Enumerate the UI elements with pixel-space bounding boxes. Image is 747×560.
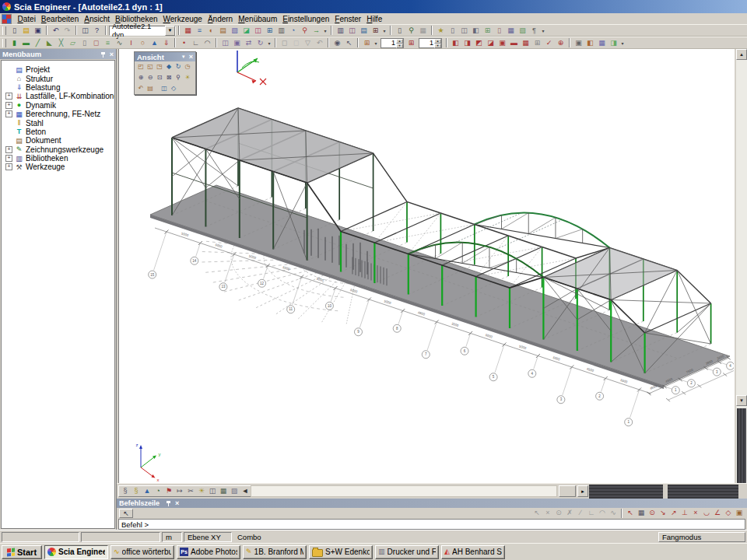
pointer-icon[interactable]: ↖	[343, 37, 355, 48]
shrink-icon[interactable]: ✂	[185, 486, 196, 496]
filter-icon[interactable]: ▽	[302, 37, 314, 48]
column-icon[interactable]: ▮	[9, 37, 20, 48]
pin-icon[interactable]	[100, 51, 107, 58]
select-cross-icon[interactable]: ×	[542, 508, 553, 518]
open-folder-icon[interactable]: ▤	[20, 25, 32, 36]
spinner-up-down-icon[interactable]: ▲▼	[434, 39, 441, 47]
view-palette-header[interactable]: Ansicht ▼ ×	[135, 52, 195, 61]
taskbar-task-drucker-und-faxg[interactable]: ▥Drucker und Faxg...	[375, 545, 439, 559]
support-icon[interactable]: ▲	[149, 37, 160, 48]
preview-icon[interactable]: ◔	[287, 25, 299, 36]
taskbar-task-ah-benhard-scree[interactable]: ◭AH Benhard Scree...	[441, 545, 505, 559]
shade-icon[interactable]: ◨	[608, 37, 619, 48]
command-input[interactable]: Befehl >	[118, 519, 745, 530]
sidebar-item-bibliotheken[interactable]: +▥Bibliotheken	[2, 154, 114, 163]
spinner-up-down-icon[interactable]: ▲▼	[396, 39, 403, 47]
named-view-icon[interactable]: ▤	[146, 84, 155, 93]
toolbar-grip[interactable]	[2, 39, 6, 47]
polyline-icon[interactable]: ∟	[190, 37, 202, 48]
beam-icon[interactable]: ▬	[20, 37, 32, 48]
layer-new-icon[interactable]: ⊞	[361, 37, 373, 48]
scroll-down-icon[interactable]: ▼	[736, 395, 747, 406]
database-icon[interactable]: ▦	[182, 25, 194, 36]
snap-mode-icon[interactable]: ↖	[625, 508, 636, 518]
snap-angle-icon[interactable]: ∠	[712, 508, 723, 518]
image-icon[interactable]: ◪	[240, 25, 252, 36]
wall-icon[interactable]: ▯	[79, 37, 90, 48]
start-button[interactable]: Start	[2, 545, 42, 559]
sidebar-item-lastfälle-lf-kombinationen[interactable]: +⇊Lastfälle, LF-Kombinationen	[2, 92, 114, 100]
zoom-all-icon[interactable]: ⊠	[164, 73, 174, 82]
snap-node-icon[interactable]: ⊙	[647, 508, 658, 518]
document-icon[interactable]: ▤	[358, 25, 370, 36]
unselect-icon[interactable]: ◻	[290, 37, 302, 48]
hidden-lines-icon[interactable]: ▨	[229, 486, 240, 496]
expand-connection-icon[interactable]: ⊞	[531, 37, 543, 48]
pin-icon[interactable]	[166, 500, 172, 506]
taskbar-task-adobe-photoshop[interactable]: PsAdobe Photoshop ...	[177, 545, 240, 559]
toolbar-grip[interactable]	[2, 26, 6, 35]
layers-icon[interactable]: ≡	[194, 25, 205, 36]
taskbar-task-1b-branford-marsa[interactable]: ✎1B. Branford Marsa...	[243, 545, 307, 559]
haunch-icon[interactable]: ◣	[44, 37, 55, 48]
polyline-cursor-icon[interactable]: ∟	[586, 508, 597, 518]
horizontal-scroll-thumb[interactable]	[559, 485, 576, 497]
page-layout-icon[interactable]: ◧	[470, 25, 482, 36]
page-copy-icon[interactable]: ◫	[458, 25, 470, 36]
menu-fenster[interactable]: Fenster	[332, 15, 364, 23]
bolted-connection-icon[interactable]: ◪	[485, 37, 496, 48]
sidebar-item-dynamik[interactable]: +●Dynamik	[2, 101, 114, 110]
overflow-arrow-icon[interactable]: ▾	[619, 37, 626, 48]
dimension-icon[interactable]: ↦	[174, 486, 185, 496]
scale-spinner[interactable]: 1 ▲▼	[381, 38, 404, 48]
sidebar-item-projekt[interactable]: ▤Projekt	[2, 65, 114, 74]
bracing-icon[interactable]: ╳	[55, 37, 67, 48]
rotate-icon[interactable]: ↻	[254, 37, 266, 48]
light-icon[interactable]: ☀	[183, 73, 192, 82]
cursor-button-icon[interactable]: ↖	[121, 508, 132, 519]
snap-settings-icon[interactable]: ▣	[734, 508, 745, 518]
taskbar-task-scia-engineer[interactable]: Scia Engineer - [...	[44, 545, 108, 559]
taskbar-task-s-w-edenkoben[interactable]: S+W Edenkoben	[309, 545, 373, 559]
vertical-scrollbar[interactable]: ▲ ▼	[736, 49, 747, 483]
snap-polar-icon[interactable]: ◇	[723, 508, 734, 518]
clip-front-icon[interactable]: §	[120, 486, 131, 496]
print-preview-icon[interactable]: ◫	[346, 25, 358, 36]
pane-splitter-left[interactable]	[589, 485, 663, 499]
page-grid-icon[interactable]: ▦	[505, 25, 517, 36]
render-icon[interactable]: ◧	[584, 37, 596, 48]
page-setup-icon[interactable]: ▯	[394, 25, 405, 36]
previous-selection-icon[interactable]: ↶	[314, 37, 325, 48]
visibility-icon[interactable]: ◉	[331, 37, 343, 48]
segment-cursor-icon[interactable]: ∿	[608, 508, 619, 518]
activity-icon[interactable]: ◐	[205, 25, 217, 36]
search-icon[interactable]: ⚲	[299, 25, 310, 36]
sidebar-item-stahl[interactable]: ‖Stahl	[2, 118, 114, 127]
sidebar-item-berechnung-fe-netz[interactable]: +▦Berechnung, FE-Netz	[2, 110, 114, 118]
new-window-icon[interactable]: ◫	[79, 25, 91, 36]
welded-connection-icon[interactable]: ▣	[496, 37, 508, 48]
sidebar-item-werkzeuge[interactable]: +⚒Werkzeuge	[2, 163, 114, 171]
close-icon[interactable]: ×	[110, 51, 114, 58]
expand-icon[interactable]: +	[5, 93, 12, 100]
save-view-icon[interactable]: ▣	[573, 37, 584, 48]
zoom-cursor-icon[interactable]: ⊙	[553, 508, 564, 518]
zoom-in-icon[interactable]: ⊕	[136, 73, 146, 82]
connection-icon[interactable]: ◧	[450, 37, 461, 48]
curve-cursor-icon[interactable]: ◠	[597, 508, 608, 518]
new-document-icon[interactable]: ▯	[9, 25, 20, 36]
rafter-icon[interactable]: ╱	[32, 37, 44, 48]
pinned-connection-icon[interactable]: ◩	[473, 37, 485, 48]
horizontal-scroll-track[interactable]	[251, 485, 557, 497]
status-plane[interactable]: Ebene XY	[184, 532, 232, 542]
table-icon[interactable]: ⊞	[264, 25, 275, 36]
sidebar-item-struktur[interactable]: ⌂Struktur	[2, 74, 114, 82]
flag-icon[interactable]: ⚑	[163, 486, 174, 496]
perspective-icon[interactable]: ◇	[169, 84, 178, 93]
copy-icon[interactable]: ◫	[219, 37, 231, 48]
view-palette[interactable]: Ansicht ▼ × ◰◱◳◆↻◷ ⊕⊖⊡⊠⚲☀ ↶▤◫◇	[134, 51, 196, 95]
moment-connection-icon[interactable]: ◨	[461, 37, 473, 48]
model-viewport[interactable]: 5000500050005000500050005000480030005000…	[118, 49, 735, 483]
project-combo[interactable]: Autoteile2.1 dyn ▼	[109, 26, 176, 36]
scroll-right-icon[interactable]: ►	[577, 485, 588, 497]
